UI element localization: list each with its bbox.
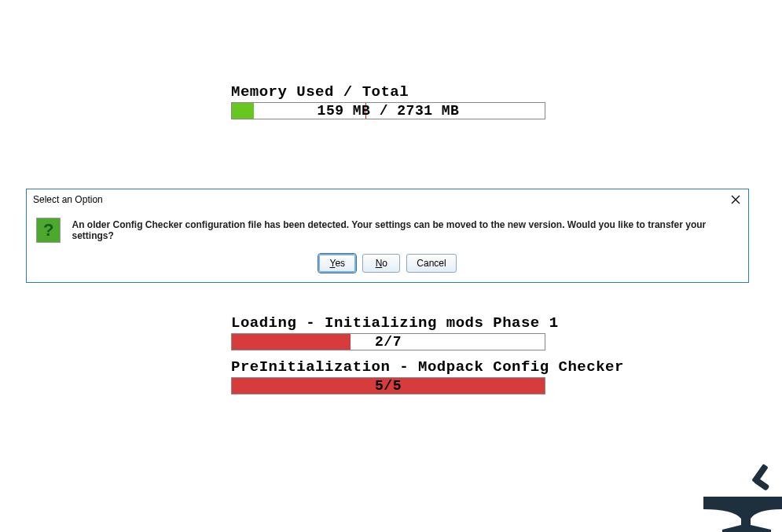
no-button[interactable]: No	[362, 254, 400, 273]
memory-section: Memory Used / Total 159 MB / 2731 MB	[231, 83, 552, 119]
close-button[interactable]	[728, 193, 743, 207]
loading-preinit-bar: 5/5	[231, 377, 545, 394]
dialog-message-row: ? An older Config Checker configuration …	[36, 218, 739, 243]
question-icon: ?	[36, 218, 61, 243]
memory-label: Memory Used / Total	[231, 83, 552, 101]
loading-section: Loading - Initializing mods Phase 1 2/7 …	[231, 314, 552, 402]
loading-preinit-text: 5/5	[232, 378, 545, 394]
dialog-titlebar: Select an Option	[27, 189, 748, 210]
close-icon	[731, 195, 740, 204]
loading-phase1-label: Loading - Initializing mods Phase 1	[231, 314, 552, 332]
yes-mnemonic: Y	[330, 258, 336, 269]
option-dialog: Select an Option ? An older Config Check…	[26, 189, 749, 283]
dialog-title: Select an Option	[33, 194, 103, 205]
loading-phase1-block: Loading - Initializing mods Phase 1 2/7	[231, 314, 552, 350]
memory-bar-text: 159 MB / 2731 MB	[232, 103, 545, 119]
dialog-message: An older Config Checker configuration fi…	[72, 219, 739, 241]
no-mnemonic: N	[376, 258, 383, 269]
dialog-body: ? An older Config Checker configuration …	[27, 210, 748, 282]
forge-anvil-icon	[696, 457, 782, 532]
yes-button[interactable]: Yes	[318, 254, 356, 273]
loading-phase1-text: 2/7	[232, 334, 545, 350]
loading-preinit-block: PreInitialization - Modpack Config Check…	[231, 358, 552, 394]
cancel-button[interactable]: Cancel	[406, 254, 456, 273]
memory-progress-bar: 159 MB / 2731 MB	[231, 102, 545, 119]
loading-preinit-label: PreInitialization - Modpack Config Check…	[231, 358, 552, 376]
svg-rect-3	[754, 477, 770, 491]
loading-phase1-bar: 2/7	[231, 333, 545, 350]
dialog-button-row: Yes No Cancel	[36, 254, 739, 273]
